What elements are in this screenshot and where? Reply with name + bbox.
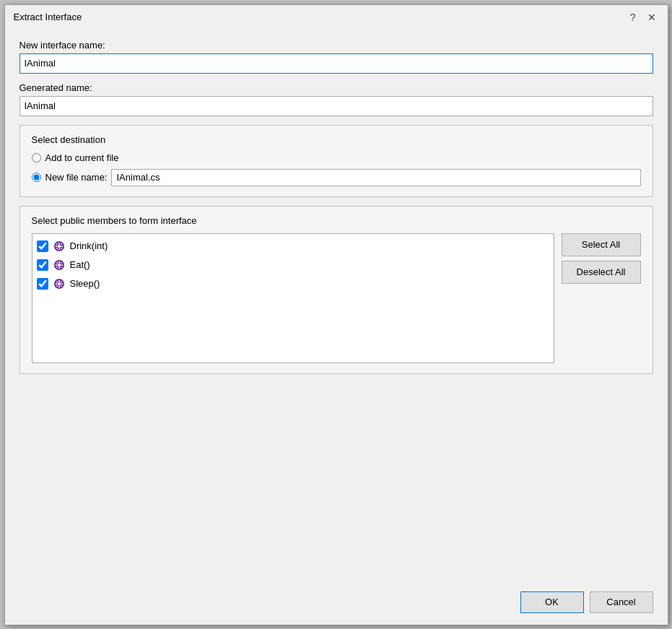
select-all-button[interactable]: Select All xyxy=(562,233,641,256)
dialog-body: New interface name: Generated name: Sele… xyxy=(5,28,668,584)
new-interface-name-field: New interface name: xyxy=(19,40,653,74)
svg-point-21 xyxy=(57,282,60,285)
extract-interface-dialog: Extract Interface ? ✕ New interface name… xyxy=(4,4,668,625)
svg-rect-3 xyxy=(58,248,60,250)
new-file-row: New file name: xyxy=(32,169,641,186)
destination-title: Select destination xyxy=(32,134,641,145)
member-label-eat: Eat() xyxy=(70,259,90,270)
member-row-drink: Drink(int) xyxy=(37,238,549,254)
svg-point-1 xyxy=(57,244,60,247)
member-checkbox-eat[interactable] xyxy=(37,259,48,271)
new-interface-name-label: New interface name: xyxy=(19,40,653,51)
svg-rect-5 xyxy=(61,246,63,247)
deselect-all-button[interactable]: Deselect All xyxy=(562,261,641,284)
svg-rect-4 xyxy=(55,246,57,247)
add-to-current-label: Add to current file xyxy=(45,152,119,163)
svg-rect-25 xyxy=(61,283,63,285)
svg-rect-15 xyxy=(61,264,63,266)
dialog-title: Extract Interface xyxy=(14,12,82,22)
members-content: Drink(int) xyxy=(32,233,641,363)
members-list: Drink(int) xyxy=(32,233,554,363)
members-action-buttons: Select All Deselect All xyxy=(562,233,641,284)
title-bar-controls: ? ✕ xyxy=(627,11,659,24)
svg-rect-24 xyxy=(55,283,57,285)
member-label-sleep: Sleep() xyxy=(70,278,100,289)
member-label-drink: Drink(int) xyxy=(70,240,108,251)
svg-rect-23 xyxy=(58,285,60,287)
svg-rect-13 xyxy=(58,266,60,269)
generated-name-input xyxy=(19,96,653,116)
method-icon-drink xyxy=(53,240,66,253)
member-row-eat: Eat() xyxy=(37,257,549,273)
generated-name-label: Generated name: xyxy=(19,82,653,93)
svg-point-11 xyxy=(57,263,60,266)
add-to-current-row: Add to current file xyxy=(32,152,641,163)
destination-section: Select destination Add to current file N… xyxy=(19,125,653,197)
help-button[interactable]: ? xyxy=(627,11,639,24)
svg-rect-12 xyxy=(58,261,60,263)
close-button[interactable]: ✕ xyxy=(645,11,659,24)
ok-button[interactable]: OK xyxy=(520,591,584,613)
svg-rect-2 xyxy=(58,242,60,244)
member-checkbox-sleep[interactable] xyxy=(37,278,48,290)
generated-name-field: Generated name: xyxy=(19,82,653,116)
method-icon-sleep xyxy=(53,277,66,290)
new-file-name-input[interactable] xyxy=(111,169,640,186)
new-file-radio[interactable] xyxy=(32,173,41,182)
svg-rect-14 xyxy=(55,264,57,266)
svg-rect-22 xyxy=(58,279,60,282)
cancel-button[interactable]: Cancel xyxy=(590,591,653,613)
dialog-footer: OK Cancel xyxy=(5,584,668,625)
destination-radio-group: Add to current file New file name: xyxy=(32,152,641,186)
new-interface-name-input[interactable] xyxy=(19,53,653,74)
title-bar: Extract Interface ? ✕ xyxy=(5,5,668,28)
member-checkbox-drink[interactable] xyxy=(37,240,48,252)
member-row-sleep: Sleep() xyxy=(37,276,549,292)
add-to-current-radio[interactable] xyxy=(32,153,41,162)
members-title: Select public members to form interface xyxy=(32,215,641,226)
method-icon-eat xyxy=(53,259,66,272)
new-file-label: New file name: xyxy=(45,172,108,183)
members-section: Select public members to form interface xyxy=(19,206,653,374)
